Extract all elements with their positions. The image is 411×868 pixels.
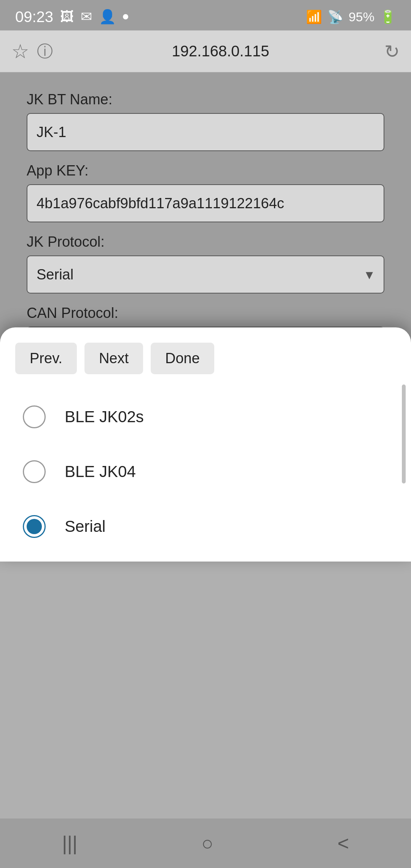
status-bar: 09:23 🖼 ✉ 👤 📶 📡 95% 🔋 (0, 0, 411, 30)
scroll-indicator (402, 385, 406, 483)
status-photo-icon: 🖼 (60, 9, 74, 25)
radio-ble-jk02s (23, 405, 46, 428)
status-right: 📶 📡 95% 🔋 (306, 9, 396, 24)
option-serial[interactable]: Serial (0, 499, 411, 554)
prev-button[interactable]: Prev. (15, 343, 77, 374)
main-content: JK BT Name: App KEY: JK Protocol: Serial… (0, 72, 411, 562)
popup-options-list: BLE JK02s BLE JK04 Serial (0, 389, 411, 562)
jk-protocol-select[interactable]: Serial BLE JK02s BLE JK04 (27, 255, 384, 294)
battery-level: 95% (349, 10, 374, 24)
dropdown-popup: Prev. Next Done BLE JK02s BLE JK04 Seria… (0, 327, 411, 562)
info-icon[interactable] (37, 41, 53, 62)
status-left: 09:23 🖼 ✉ 👤 (15, 8, 128, 26)
jk-bt-name-group: JK BT Name: (27, 91, 384, 151)
refresh-icon[interactable] (384, 41, 400, 62)
jk-protocol-group: JK Protocol: Serial BLE JK02s BLE JK04 (27, 234, 384, 294)
status-time: 09:23 (15, 8, 53, 26)
option-ble-jk02s-label: BLE JK02s (65, 408, 144, 426)
radio-ble-jk04 (23, 460, 46, 483)
recent-apps-icon[interactable]: ||| (62, 832, 78, 855)
done-button[interactable]: Done (151, 343, 214, 374)
home-icon[interactable]: ○ (201, 832, 213, 855)
can-protocol-label: CAN Protocol: (27, 305, 384, 321)
option-serial-label: Serial (65, 517, 105, 536)
next-button[interactable]: Next (84, 343, 143, 374)
app-key-group: App KEY: (27, 163, 384, 222)
signal-icon: 📡 (327, 9, 343, 24)
nav-bar: ||| ○ < (0, 819, 411, 868)
option-ble-jk04-label: BLE JK04 (65, 463, 136, 481)
back-nav-icon[interactable]: < (338, 832, 349, 855)
option-ble-jk02s[interactable]: BLE JK02s (0, 389, 411, 444)
battery-icon: 🔋 (380, 9, 396, 24)
browser-toolbar: 192.168.0.115 (0, 30, 411, 72)
bookmark-icon[interactable] (11, 40, 29, 63)
option-ble-jk04[interactable]: BLE JK04 (0, 444, 411, 499)
status-email-icon: ✉ (81, 9, 92, 25)
app-key-input[interactable] (27, 184, 384, 222)
url-bar[interactable]: 192.168.0.115 (68, 43, 373, 60)
status-user-icon: 👤 (99, 9, 116, 25)
jk-protocol-select-wrapper: Serial BLE JK02s BLE JK04 (27, 255, 384, 294)
popup-toolbar: Prev. Next Done (0, 343, 411, 389)
radio-serial (23, 515, 46, 538)
jk-protocol-label: JK Protocol: (27, 234, 384, 250)
wifi-icon: 📶 (306, 9, 322, 24)
app-key-label: App KEY: (27, 163, 384, 179)
jk-bt-name-input[interactable] (27, 113, 384, 151)
jk-bt-name-label: JK BT Name: (27, 91, 384, 108)
status-dot (123, 14, 128, 19)
